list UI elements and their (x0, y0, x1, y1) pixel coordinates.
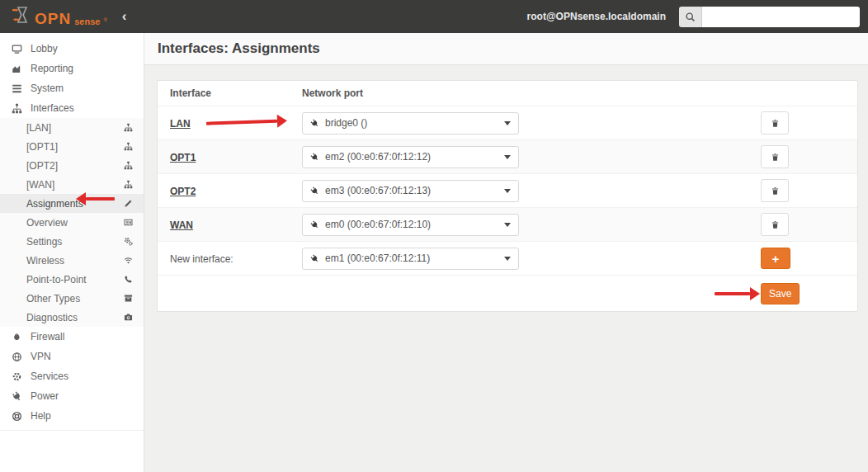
sidebar-item-label: Services (31, 371, 68, 382)
network-port-value: bridge0 () (325, 117, 367, 129)
delete-interface-button[interactable] (761, 111, 789, 135)
delete-interface-button[interactable] (761, 145, 789, 168)
sidebar-item-firewall[interactable]: Firewall (0, 327, 144, 347)
sidebar-item-reporting[interactable]: Reporting (0, 59, 144, 78)
caret-down-icon (504, 257, 511, 261)
table-header-row: Interface Network port (158, 81, 857, 106)
network-port-select-opt1[interactable]: em2 (00:e0:67:0f:12:12) (302, 146, 519, 168)
overview-icon (124, 218, 133, 227)
sidebar-item-lan[interactable]: [LAN] (0, 118, 144, 137)
phone-icon (124, 275, 133, 284)
delete-interface-button[interactable] (761, 213, 789, 236)
sidebar-item-lobby[interactable]: Lobby (0, 39, 144, 59)
sidebar-item-overview[interactable]: Overview (0, 213, 144, 232)
network-port-select-new[interactable]: em1 (00:e0:67:0f:12:11) (302, 248, 519, 270)
sidebar-item-label: Interfaces (31, 102, 74, 114)
sidebar-item-label: System (31, 83, 64, 94)
network-port-select-lan[interactable]: bridge0 () (302, 112, 519, 135)
area-chart-icon (11, 64, 23, 74)
sidebar-item-label: Lobby (31, 43, 58, 54)
sidebar-item-label: Overview (26, 217, 68, 229)
search-icon[interactable] (679, 7, 702, 27)
plug-icon (309, 150, 322, 163)
interface-link-opt2[interactable]: OPT2 (170, 186, 196, 197)
sidebar-item-wan[interactable]: [WAN] (0, 175, 144, 194)
sidebar-item-label: [OPT2] (26, 160, 58, 172)
trash-icon (771, 186, 780, 196)
page-title: Interfaces: Assignments (158, 40, 320, 57)
trash-icon (771, 119, 780, 128)
sidebar-item-interfaces[interactable]: Interfaces (0, 98, 144, 118)
sidebar-item-label: Diagnostics (26, 312, 78, 323)
caret-down-icon (504, 223, 511, 227)
interface-link-opt1[interactable]: OPT1 (170, 152, 196, 163)
caret-down-icon (504, 189, 511, 193)
globe-icon (11, 352, 23, 362)
sidebar-item-assignments[interactable]: Assignments (0, 194, 144, 213)
life-ring-icon (11, 411, 23, 422)
sitemap-icon (124, 161, 133, 170)
table-row-opt2: OPT2 em3 (00:e0:67:0f:12:13) (158, 173, 857, 207)
sitemap-icon (124, 180, 133, 189)
network-port-value: em1 (00:e0:67:0f:12:11) (325, 253, 430, 264)
sidebar-item-label: Assignments (26, 198, 83, 210)
table-row-wan: WAN em0 (00:e0:67:0f:12:10) (158, 207, 857, 241)
table-row-save: Save (158, 275, 857, 311)
sidebar-item-point-to-point[interactable]: Point-to-Point (0, 270, 144, 289)
sidebar-item-system[interactable]: System (0, 78, 144, 98)
sidebar-divider (0, 430, 144, 431)
desktop-icon (11, 44, 23, 54)
sidebar-item-opt2[interactable]: [OPT2] (0, 156, 144, 175)
network-port-value: em0 (00:e0:67:0f:12:10) (325, 219, 431, 230)
trash-icon (771, 153, 780, 162)
network-port-value: em3 (00:e0:67:0f:12:13) (325, 185, 431, 196)
column-header-network-port: Network port (302, 87, 519, 99)
sidebar-item-label: Wireless (26, 255, 64, 267)
sidebar-item-settings[interactable]: Settings (0, 232, 144, 251)
add-interface-button[interactable]: + (761, 248, 790, 269)
caret-down-icon (504, 155, 511, 159)
plug-icon (309, 218, 322, 231)
table-row-new-interface: New interface: em1 (00:e0:67:0f:12:11) + (158, 241, 857, 275)
main-content: Interfaces: Assignments Interface Networ… (144, 33, 868, 472)
sidebar-item-label: [WAN] (26, 179, 54, 191)
sidebar-item-power[interactable]: Power (0, 386, 144, 406)
sidebar-item-label: Settings (26, 236, 62, 248)
gear-icon (11, 371, 23, 382)
sidebar-item-other-types[interactable]: Other Types (0, 289, 144, 308)
fire-icon (11, 332, 23, 342)
plug-icon (309, 252, 322, 265)
table-row-opt1: OPT1 em2 (00:e0:67:0f:12:12) (158, 139, 857, 173)
sidebar-item-label: Other Types (26, 293, 80, 304)
brand-registered-mark: ® (103, 12, 106, 27)
sidebar-item-opt1[interactable]: [OPT1] (0, 137, 144, 156)
interface-link-wan[interactable]: WAN (170, 219, 193, 231)
pencil-icon (124, 199, 133, 208)
sidebar-item-label: Point-to-Point (26, 274, 87, 286)
sidebar-collapse-chevron-icon[interactable]: ‹ (122, 8, 127, 25)
network-port-select-opt2[interactable]: em3 (00:e0:67:0f:12:13) (302, 180, 519, 202)
sidebar-item-label: [LAN] (26, 122, 51, 134)
network-port-value: em2 (00:e0:67:0f:12:12) (325, 151, 431, 163)
interface-link-lan[interactable]: LAN (170, 118, 191, 130)
network-port-select-wan[interactable]: em0 (00:e0:67:0f:12:10) (302, 214, 519, 236)
plug-icon (309, 184, 322, 197)
plug-icon (309, 116, 322, 130)
opnsense-logo-icon (12, 6, 31, 27)
delete-interface-button[interactable] (761, 179, 789, 202)
sidebar-item-label: VPN (31, 351, 51, 362)
top-bar: OPN sense ® ‹ root@OPNsense.localdomain (0, 0, 868, 33)
search-input[interactable] (702, 7, 860, 27)
sidebar-item-vpn[interactable]: VPN (0, 347, 144, 366)
sidebar-item-diagnostics[interactable]: Diagnostics (0, 308, 144, 327)
cogs-icon (124, 237, 133, 246)
new-interface-label: New interface: (170, 253, 234, 265)
brand-text-primary: OPN (35, 11, 71, 27)
save-button[interactable]: Save (761, 283, 800, 304)
opnsense-logo[interactable]: OPN sense ® (12, 6, 107, 27)
sidebar-item-wireless[interactable]: Wireless (0, 251, 144, 270)
sidebar-item-label: Firewall (31, 331, 64, 342)
sidebar-item-services[interactable]: Services (0, 366, 144, 386)
column-header-interface: Interface (170, 87, 302, 99)
sidebar-item-help[interactable]: Help (0, 406, 144, 426)
